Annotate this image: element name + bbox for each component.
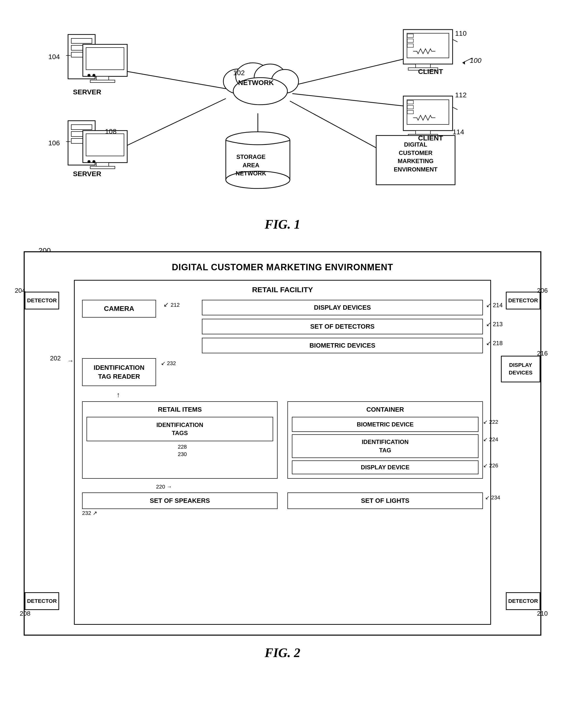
svg-line-0: [127, 71, 226, 89]
ref-100: 100: [470, 57, 481, 65]
svg-rect-48: [407, 105, 413, 109]
ref-210: 210: [537, 610, 548, 617]
ref-232b: 232 ↗: [82, 510, 277, 516]
ref-226: ↙ 226: [483, 462, 498, 469]
svg-line-53: [453, 39, 458, 42]
svg-line-1: [127, 99, 226, 145]
ref-102: 102: [233, 69, 245, 77]
svg-point-11: [226, 132, 290, 149]
svg-rect-33: [90, 166, 115, 169]
dcme-label: DIGITALCUSTOMERMARKETINGENVIRONMENT: [379, 140, 453, 173]
set-of-lights-box: SET OF LIGHTS: [288, 492, 483, 509]
svg-rect-44: [407, 100, 449, 124]
biometric-device-box: BIOMETRIC DEVICE: [292, 417, 479, 432]
server1-label: SERVER: [73, 88, 101, 96]
ref-206: 206: [537, 287, 548, 294]
svg-rect-21: [86, 48, 124, 70]
ref-202-arrow: →: [67, 357, 74, 365]
ref-204: 204: [15, 287, 25, 294]
svg-rect-31: [86, 134, 124, 156]
svg-rect-41: [407, 39, 413, 42]
detector-bottom-right: DETECTOR: [506, 592, 540, 610]
svg-rect-26: [68, 121, 95, 165]
ref-232-label: ↙ 232: [161, 360, 176, 367]
svg-rect-45: [416, 131, 430, 135]
ref-216: 216: [537, 350, 548, 357]
ref-202: 202: [50, 355, 61, 362]
svg-rect-43: [403, 96, 453, 131]
retail-facility-title: RETAIL FACILITY: [82, 286, 483, 294]
storage-label: STORAGEAREANETWORK: [236, 153, 266, 178]
detector-top-left: DETECTOR: [25, 292, 59, 309]
svg-rect-22: [96, 76, 109, 80]
ref-112: 112: [455, 91, 467, 99]
svg-rect-19: [71, 52, 92, 57]
svg-rect-27: [71, 125, 92, 130]
svg-rect-23: [90, 80, 115, 83]
id-tag-reader-box: IDENTIFICATIONTAG READER: [82, 358, 156, 386]
ref-labels-retail: 228 230: [86, 444, 273, 457]
ref-110: 110: [455, 30, 467, 37]
svg-rect-16: [68, 34, 95, 79]
svg-rect-36: [403, 30, 453, 64]
set-of-detectors-box: SET OF DETECTORS: [202, 319, 483, 334]
fig2-outer-border: DIGITAL CUSTOMER MARKETING ENVIRONMENT D…: [24, 251, 541, 636]
upward-arrow: ↑: [117, 391, 483, 399]
container-outer-box: CONTAINER BIOMETRIC DEVICE ↙ 222 IDENTIF…: [288, 401, 483, 479]
ref-106: 106: [48, 139, 60, 147]
svg-line-2: [290, 59, 403, 86]
biometric-devices-box: BIOMETRIC DEVICES: [202, 338, 483, 353]
ref-114: 114: [453, 128, 464, 136]
ref-208: 208: [20, 610, 30, 617]
fig2-diagram: 200 ↙ DIGITAL CUSTOMER MARKETING ENVIRON…: [24, 251, 541, 660]
svg-line-5: [290, 101, 376, 148]
svg-rect-29: [71, 138, 92, 143]
svg-rect-47: [407, 101, 413, 104]
svg-rect-49: [407, 110, 413, 114]
ref-212-label: ↙ 212: [163, 301, 180, 308]
svg-rect-28: [71, 132, 92, 136]
ref-108: 108: [105, 128, 117, 135]
svg-point-35: [92, 160, 95, 163]
id-tags-box: IDENTIFICATIONTAGS: [86, 417, 273, 441]
svg-marker-56: [463, 61, 465, 65]
svg-rect-37: [407, 33, 449, 58]
svg-line-54: [453, 107, 458, 110]
svg-point-24: [87, 74, 90, 77]
ref-234: ↙ 234: [485, 494, 500, 501]
ref-218: ↙ 218: [486, 340, 503, 347]
set-of-speakers-box: SET OF SPEAKERS: [82, 492, 277, 509]
svg-line-3: [293, 94, 403, 106]
svg-rect-17: [71, 38, 92, 43]
display-device-box: DISPLAY DEVICE: [292, 460, 479, 474]
camera-box: CAMERA: [82, 300, 156, 318]
fig1-label: FIG. 1: [24, 217, 541, 232]
retail-items-outer-box: RETAIL ITEMS IDENTIFICATIONTAGS 228 230: [82, 401, 277, 479]
detector-top-right: DETECTOR: [506, 292, 540, 309]
ref-214: ↙ 214: [486, 302, 503, 309]
fig2-label: FIG. 2: [24, 645, 541, 660]
svg-point-34: [87, 160, 90, 163]
ref-213: ↙ 213: [486, 321, 503, 328]
ref-104: 104: [48, 53, 60, 61]
svg-point-25: [92, 74, 95, 77]
network-label: NETWORK: [238, 79, 274, 87]
svg-point-8: [254, 64, 286, 91]
container-title: CONTAINER: [292, 406, 479, 413]
svg-rect-32: [96, 163, 109, 167]
svg-rect-20: [83, 44, 127, 76]
retail-facility-border: RETAIL FACILITY 202 → CAMERA ↙ 212 DISPL…: [74, 280, 491, 625]
id-tag-box: IDENTIFICATIONTAG: [292, 434, 479, 458]
dcme-title: DIGITAL CUSTOMER MARKETING ENVIRONMENT: [34, 262, 531, 272]
retail-items-title: RETAIL ITEMS: [86, 406, 273, 413]
client1-label: CLIENT: [418, 68, 443, 76]
ref-220-label: 220 →: [82, 484, 483, 490]
fig1-diagram: SERVER SERVER NETWORK STORAGEAREANETWORK…: [24, 15, 541, 232]
svg-rect-18: [71, 45, 92, 50]
svg-rect-38: [416, 64, 430, 68]
svg-point-9: [271, 69, 299, 93]
display-devices-box: DISPLAY DEVICES: [202, 300, 483, 315]
ref-222: ↙ 222: [483, 419, 498, 425]
display-devices-right: DISPLAYDEVICES: [501, 356, 540, 382]
svg-rect-40: [407, 34, 413, 37]
